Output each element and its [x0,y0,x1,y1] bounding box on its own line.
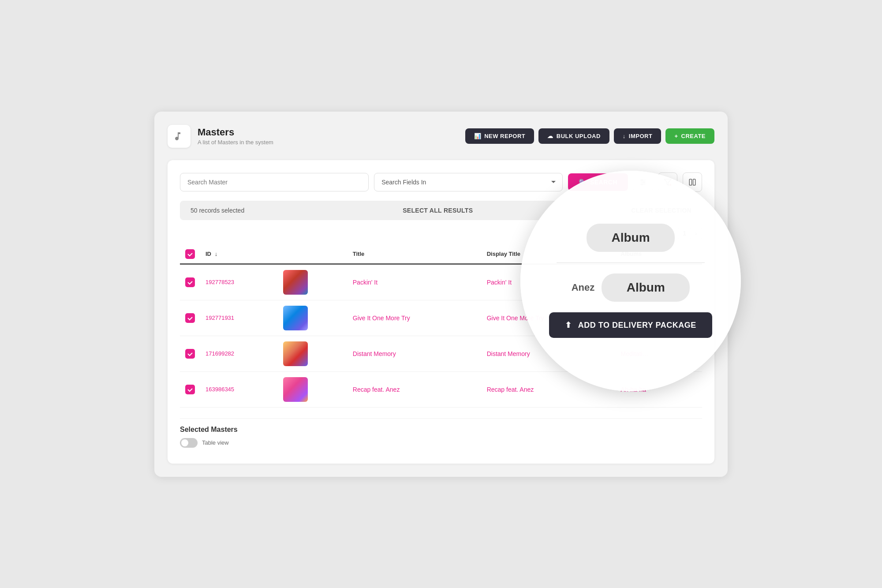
column-title: Title [348,245,482,264]
anez-label: Anez [572,282,595,293]
delivery-icon: ⬆ [565,320,572,330]
page-subtitle: A list of Masters in the system [198,139,273,146]
row-checkbox-3[interactable] [185,385,195,394]
toggle-row: Table view [180,438,702,448]
search-fields-dropdown[interactable]: Search Fields In [374,173,563,191]
sort-icon[interactable]: ↓ [215,251,218,257]
header-actions: 📊 NEW REPORT ☁ BULK UPLOAD ↓ IMPORT + CR… [465,128,714,144]
row-checkbox-1[interactable] [185,313,195,323]
row-id-1: 192771931 [200,300,278,336]
report-icon: 📊 [474,133,482,139]
circle-overlay: Album Anez Album ⬆ ADD TO DELIVERY PACKA… [520,171,741,391]
row-thumb-1 [283,306,308,330]
page-title: Masters [198,127,273,138]
select-all-results-button[interactable]: SELECT ALL RESULTS [403,207,473,214]
svg-rect-10 [693,179,695,185]
page-icon [168,125,191,148]
bulk-upload-button[interactable]: ☁ BULK UPLOAD [538,128,609,144]
anez-row: Anez Album [572,273,690,302]
album-pill-2[interactable]: Album [602,273,690,302]
row-thumb-2 [283,341,308,366]
album-pill-1[interactable]: Album [587,224,675,252]
table-view-label: Table view [202,439,229,446]
create-button[interactable]: + CREATE [665,128,714,144]
import-icon: ↓ [623,133,626,139]
header-text: Masters A list of Masters in the system [198,127,273,146]
import-button[interactable]: ↓ IMPORT [614,128,662,144]
page-header: Masters A list of Masters in the system … [168,125,714,148]
table-view-toggle[interactable] [180,438,198,448]
header-left: Masters A list of Masters in the system [168,125,273,148]
add-to-delivery-button[interactable]: ⬆ ADD TO DELIVERY PACKAGE [549,312,712,338]
overlay-divider [557,262,705,263]
row-title-2[interactable]: Distant Memory [348,336,482,371]
svg-rect-9 [689,179,691,185]
row-thumb-0 [283,270,308,295]
row-title-1[interactable]: Give It One More Try [348,300,482,336]
columns-icon [688,178,696,186]
row-checkbox-0[interactable] [185,277,195,287]
row-title-3[interactable]: Recap feat. Anez [348,371,482,407]
music-note-icon [174,131,184,142]
row-title-0[interactable]: Packin' It [348,264,482,300]
row-id-3: 163986345 [200,371,278,407]
select-all-checkbox[interactable] [185,249,195,259]
selected-masters-section: Selected Masters Table view [180,418,702,451]
row-id-2: 171699282 [200,336,278,371]
column-id: ID ↓ [200,245,278,264]
row-checkbox-2[interactable] [185,349,195,359]
row-thumb-3 [283,377,308,402]
content-card: Search Fields In 🔍 SEARCH [168,160,714,464]
column-image [278,245,348,264]
new-report-button[interactable]: 📊 NEW REPORT [465,128,534,144]
search-master-input[interactable] [180,173,369,191]
cloud-upload-icon: ☁ [547,133,553,139]
records-selected-label: 50 records selected [191,207,244,214]
plus-icon: + [674,133,678,139]
selected-masters-title: Selected Masters [180,426,702,434]
row-id-0: 192778523 [200,264,278,300]
